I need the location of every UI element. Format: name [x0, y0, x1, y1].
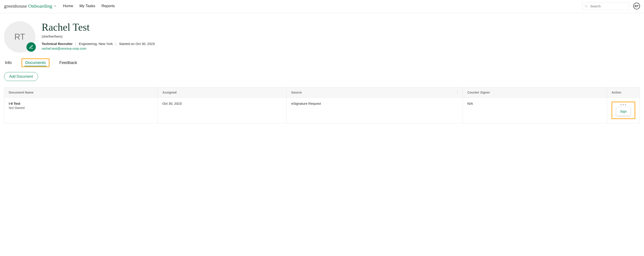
- col-source[interactable]: Source ↑: [286, 87, 463, 98]
- profile-tabs: Info Documents Feedback: [4, 58, 640, 67]
- brand-onboarding: Onboarding: [28, 3, 52, 9]
- documents-table: Document Name Assigned Source ↑ Counter …: [4, 87, 640, 123]
- col-document-name[interactable]: Document Name: [4, 87, 158, 98]
- separator: |: [116, 42, 116, 46]
- cell-assigned: Oct 30, 2023: [158, 98, 286, 123]
- doc-name: I-9 Test: [9, 102, 153, 105]
- separator: |: [75, 42, 76, 46]
- cell-document-name: I-9 Test Not Started: [4, 98, 158, 123]
- page-body: RT Rachel Test (she/her/hers) Technical …: [0, 13, 644, 141]
- col-counter-signer[interactable]: Counter Signer: [462, 87, 607, 98]
- chevron-down-icon: [54, 4, 57, 7]
- svg-line-1: [587, 7, 588, 7]
- user-avatar-menu[interactable]: RT: [633, 3, 640, 9]
- dot-icon: [625, 104, 626, 105]
- profile-pronouns: (she/her/hers): [42, 34, 155, 38]
- cell-counter: N/A: [462, 98, 607, 123]
- avatar-wrap: RT: [4, 21, 36, 53]
- svg-point-0: [585, 5, 587, 7]
- action-highlight: Sign: [612, 102, 635, 119]
- doc-status: Not Started: [9, 106, 25, 110]
- top-nav: greenhouse Onboarding Home My Tasks Repo…: [0, 0, 644, 13]
- profile-email[interactable]: rachel.test@omniva-corp.com: [42, 46, 86, 50]
- profile-start: Started on Oct 30, 2023: [119, 42, 155, 46]
- profile-info: Rachel Test (she/her/hers) Technical Rec…: [42, 21, 155, 50]
- profile-meta: Technical Recruiter | Engineering, New Y…: [42, 42, 155, 46]
- dot-icon: [620, 104, 622, 105]
- sort-asc-icon: ↑: [456, 91, 458, 94]
- primary-nav: Home My Tasks Reports: [63, 4, 115, 8]
- nav-right: RT: [582, 2, 640, 10]
- brand-greenhouse: greenhouse: [4, 3, 27, 9]
- tab-documents[interactable]: Documents: [24, 59, 46, 66]
- search-wrap: [582, 2, 629, 10]
- profile-name: Rachel Test: [42, 21, 155, 33]
- search-icon: [584, 4, 588, 8]
- table-header-row: Document Name Assigned Source ↑ Counter …: [4, 87, 640, 98]
- col-action[interactable]: Action: [607, 87, 640, 98]
- sign-menu-item[interactable]: Sign: [616, 107, 630, 116]
- tab-feedback[interactable]: Feedback: [58, 59, 78, 66]
- nav-reports[interactable]: Reports: [102, 4, 115, 8]
- pencil-icon: [29, 45, 33, 49]
- profile-header: RT Rachel Test (she/her/hers) Technical …: [4, 21, 640, 53]
- col-source-label: Source: [291, 91, 302, 94]
- cell-source: eSignature Request: [286, 98, 463, 123]
- add-document-button[interactable]: Add Document: [4, 72, 38, 81]
- brand-switcher[interactable]: greenhouse Onboarding: [4, 3, 57, 9]
- table-row: I-9 Test Not Started Oct 30, 2023 eSigna…: [4, 98, 640, 123]
- nav-home[interactable]: Home: [63, 4, 73, 8]
- col-assigned[interactable]: Assigned: [158, 87, 286, 98]
- profile-dept-location: Engineering, New York: [79, 42, 113, 46]
- nav-my-tasks[interactable]: My Tasks: [80, 4, 96, 8]
- profile-role: Technical Recruiter: [42, 42, 72, 46]
- search-input[interactable]: [582, 2, 629, 10]
- cell-action: Sign: [607, 98, 640, 123]
- tab-documents-highlight: Documents: [22, 58, 50, 67]
- tab-info[interactable]: Info: [4, 59, 12, 66]
- edit-profile-button[interactable]: [26, 42, 36, 52]
